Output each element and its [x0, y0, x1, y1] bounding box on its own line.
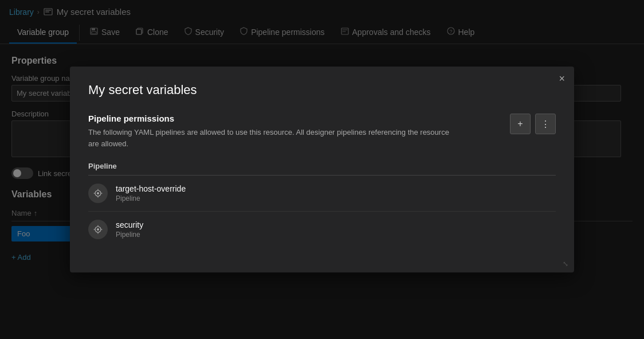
pipeline-row-1: security Pipeline: [88, 212, 556, 247]
svg-point-15: [97, 228, 99, 231]
pipeline-name-1: security: [116, 220, 143, 229]
pipeline-info-0: target-host-override Pipeline: [116, 184, 186, 202]
resize-handle[interactable]: ⤡: [563, 260, 568, 268]
pipeline-type-1: Pipeline: [116, 231, 143, 239]
section-header: Pipeline permissions The following YAML …: [88, 114, 556, 149]
modal-dialog: × My secret variables Pipeline permissio…: [70, 67, 574, 272]
pipeline-type-0: Pipeline: [116, 194, 186, 202]
modal-overlay: × My secret variables Pipeline permissio…: [0, 0, 644, 339]
modal-title: My secret variables: [88, 83, 556, 98]
more-options-button[interactable]: ⋮: [535, 114, 556, 134]
section-description: The following YAML pipelines are allowed…: [88, 127, 455, 149]
svg-point-13: [97, 192, 99, 194]
pipeline-row-0: target-host-override Pipeline: [88, 176, 556, 212]
section-title: Pipeline permissions: [88, 114, 455, 123]
section-actions: + ⋮: [510, 114, 556, 134]
pipeline-info-1: security Pipeline: [116, 220, 143, 239]
pipeline-avatar-0: [88, 184, 108, 203]
pipeline-permissions-section: Pipeline permissions The following YAML …: [88, 114, 556, 247]
modal-close-button[interactable]: ×: [559, 73, 565, 84]
pipeline-col-header: Pipeline: [88, 157, 556, 176]
pipeline-name-0: target-host-override: [116, 184, 186, 193]
add-pipeline-button[interactable]: +: [510, 114, 531, 134]
pipeline-avatar-1: [88, 220, 108, 239]
section-text: Pipeline permissions The following YAML …: [88, 114, 455, 149]
